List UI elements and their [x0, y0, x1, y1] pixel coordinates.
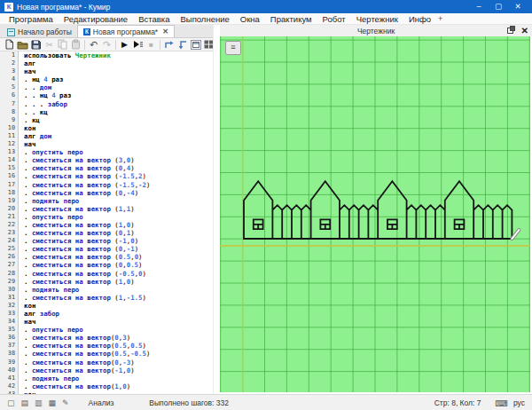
- code-line[interactable]: 2алг: [0, 59, 213, 67]
- code-line[interactable]: 33алг забор: [0, 310, 213, 318]
- code-line[interactable]: 1использовать Чертежник: [0, 51, 213, 59]
- menu-item-practicum[interactable]: Практикум: [265, 14, 317, 24]
- minimize-button[interactable]: –: [469, 0, 489, 13]
- new-file-icon[interactable]: [3, 39, 16, 51]
- menu-item-program[interactable]: Программа: [4, 14, 59, 24]
- code-line[interactable]: 30. поднять перо: [0, 286, 213, 294]
- undock-icon[interactable]: [507, 26, 515, 35]
- code-editor[interactable]: 1использовать Чертежник2алг3нач4. нц 4 р…: [0, 51, 213, 394]
- code-line[interactable]: 25. сместиться на вектор (0,-1): [0, 245, 213, 253]
- status-console-icon[interactable]: ▢: [7, 395, 15, 410]
- code-line[interactable]: 27. сместиться на вектор (0,0.5): [0, 261, 213, 269]
- menu-item-info[interactable]: Инфо: [403, 14, 436, 24]
- menu-item-editing[interactable]: Редактирование: [59, 14, 133, 24]
- code-line[interactable]: 12нач: [0, 140, 213, 148]
- code-line[interactable]: 26. сместиться на вектор (0.5,0): [0, 253, 213, 261]
- cut-icon[interactable]: ✂: [43, 39, 56, 51]
- code-line[interactable]: 10кон: [0, 124, 213, 132]
- code-line[interactable]: 21. опустить перо: [0, 213, 213, 221]
- menu-item-insert[interactable]: Вставка: [133, 14, 175, 24]
- show-window-icon[interactable]: [189, 39, 202, 51]
- app-icon: К: [4, 3, 13, 12]
- code-line[interactable]: 18. сместиться на вектор (0,-4): [0, 189, 213, 197]
- menu-item-drawer[interactable]: Чертежник: [351, 14, 403, 24]
- line-number: 3: [0, 67, 19, 75]
- status-clear-icon[interactable]: ▦: [49, 395, 57, 410]
- code-line[interactable]: 3нач: [0, 67, 213, 75]
- code-line[interactable]: 37. сместиться на вектор(0.5,0.5): [0, 342, 213, 350]
- code-line[interactable]: 24. сместиться на вектор (-1,0): [0, 237, 213, 245]
- tab-close-icon[interactable]: ✕: [162, 28, 168, 35]
- code-line[interactable]: 36. сместиться на вектор(0,3): [0, 334, 213, 342]
- code-text: нач: [19, 318, 35, 326]
- line-number: 19: [0, 197, 19, 205]
- code-line[interactable]: 9. кц: [0, 116, 213, 124]
- paste-icon[interactable]: [69, 39, 82, 51]
- pane-splitter[interactable]: [213, 25, 220, 394]
- code-line[interactable]: 38. сместиться на вектор(0.5,-0.5): [0, 350, 213, 358]
- code-line[interactable]: 6. . нц 4 раз: [0, 91, 213, 99]
- code-text: . сместиться на вектор(0.5,-0.5): [19, 350, 150, 358]
- drawer-close-icon[interactable]: ✕: [521, 25, 528, 36]
- code-line[interactable]: 35. опустить перо: [0, 326, 213, 334]
- status-edit-icon[interactable]: ✎: [62, 395, 69, 410]
- code-text: нач: [19, 67, 35, 75]
- code-line[interactable]: 19. поднять перо: [0, 197, 213, 205]
- code-line[interactable]: 31. сместиться на вектор (1,-1.5): [0, 294, 213, 302]
- code-line[interactable]: 8. . кц: [0, 108, 213, 116]
- tab-start-page[interactable]: Начало работы: [2, 27, 77, 37]
- step-over-icon[interactable]: [162, 39, 176, 51]
- undo-icon[interactable]: ↶: [87, 39, 100, 51]
- close-button[interactable]: ✕: [508, 0, 528, 13]
- code-line[interactable]: 5. . дом: [0, 83, 213, 91]
- drawer-canvas[interactable]: ≡: [220, 36, 532, 394]
- tabbar: Начало работы К Новая программа* ✕: [0, 25, 213, 38]
- keyboard-icon[interactable]: ⌨: [496, 398, 508, 408]
- code-line[interactable]: 16. сместиться на вектор (-1.5,2): [0, 172, 213, 180]
- menu-item-robot[interactable]: Робот: [317, 14, 351, 24]
- code-line[interactable]: 41. поднять перо: [0, 375, 213, 382]
- code-text: кон: [19, 302, 35, 310]
- status-keyboard-layout[interactable]: рус: [513, 398, 525, 407]
- code-line[interactable]: 34нач: [0, 318, 213, 326]
- code-line[interactable]: 32кон: [0, 302, 213, 310]
- code-line[interactable]: 13. опустить перо: [0, 148, 213, 156]
- code-line[interactable]: 11алг дом: [0, 132, 213, 140]
- code-line[interactable]: 4. нц 4 раз: [0, 75, 213, 83]
- status-copy-state-icon[interactable]: ▥: [35, 395, 43, 410]
- line-number: 1: [0, 51, 19, 59]
- menu-item-windows[interactable]: Окна: [235, 14, 265, 24]
- open-folder-icon[interactable]: [16, 39, 29, 51]
- code-line[interactable]: 43кон: [0, 390, 213, 394]
- step-into-icon[interactable]: [176, 39, 189, 51]
- code-text: . сместиться на вектор (0,-4): [19, 189, 138, 197]
- menu-overflow-button[interactable]: +: [438, 14, 442, 23]
- run-step-icon[interactable]: [131, 39, 145, 51]
- maximize-button[interactable]: ▢: [489, 0, 508, 13]
- code-text: . . дом: [19, 83, 51, 91]
- code-line[interactable]: 17. сместиться на вектор (-1.5,-2): [0, 181, 213, 189]
- status-save-state-icon[interactable]: ▤: [21, 395, 29, 410]
- line-number: 35: [0, 326, 19, 334]
- code-line[interactable]: 14. сместиться на вектор (3,0): [0, 156, 213, 164]
- save-icon[interactable]: [29, 39, 43, 51]
- tab-program[interactable]: К Новая программа* ✕: [77, 25, 175, 37]
- menu-item-run[interactable]: Выполнение: [175, 14, 234, 24]
- code-line[interactable]: 20. сместиться на вектор (1,1): [0, 205, 213, 213]
- drawer-menu-button[interactable]: ≡: [225, 41, 241, 55]
- code-line[interactable]: 40. сместиться на вектор(-1,0): [0, 367, 213, 375]
- drawer-header[interactable]: Чертежник ✕: [220, 25, 532, 36]
- code-line[interactable]: 23. сместиться на вектор (0,1): [0, 229, 213, 237]
- code-line[interactable]: 39. сместиться на вектор(0,-3): [0, 359, 213, 367]
- redo-icon[interactable]: ↷: [100, 39, 113, 51]
- copy-icon[interactable]: [56, 39, 69, 51]
- stop-icon[interactable]: ■: [145, 39, 158, 51]
- code-text: . . нц 4 раз: [19, 91, 71, 99]
- code-line[interactable]: 22. сместиться на вектор (1,0): [0, 221, 213, 229]
- code-line[interactable]: 28. сместиться на вектор (-0.5,0): [0, 270, 213, 278]
- code-line[interactable]: 42. сместиться на вектор(1,0): [0, 382, 213, 390]
- code-line[interactable]: 7. . . забор: [0, 100, 213, 108]
- code-line[interactable]: 29. сместиться на вектор (1,0): [0, 278, 213, 286]
- code-line[interactable]: 15. сместиться на вектор (0,4): [0, 164, 213, 172]
- run-icon[interactable]: ▶: [118, 39, 131, 51]
